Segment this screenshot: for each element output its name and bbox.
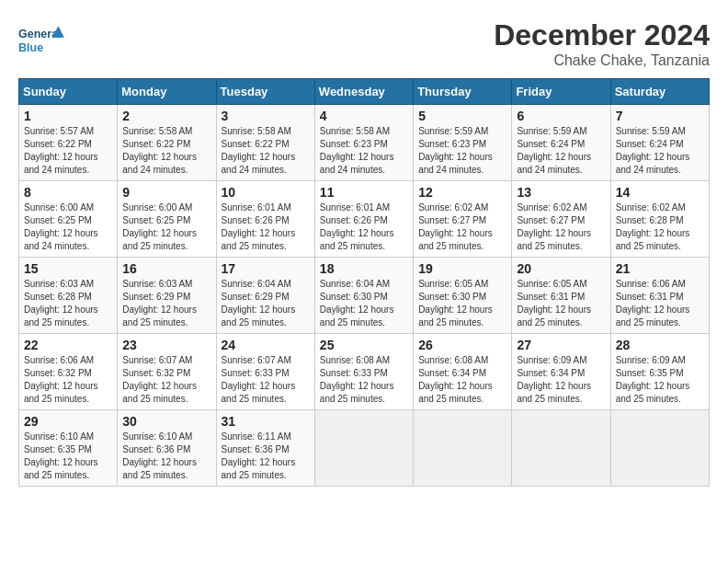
day-info: Sunrise: 6:10 AMSunset: 6:36 PMDaylight:…	[122, 431, 210, 482]
title-block: December 2024 Chake Chake, Tanzania	[494, 18, 710, 69]
day-number: 30	[122, 414, 210, 429]
logo-svg: General Blue	[18, 18, 64, 64]
day-cell	[314, 410, 413, 487]
day-number: 7	[616, 109, 704, 123]
day-info: Sunrise: 6:00 AMSunset: 6:25 PMDaylight:…	[122, 201, 210, 253]
col-header-sunday: Sunday	[19, 79, 118, 105]
day-number: 18	[320, 261, 408, 276]
day-info: Sunrise: 5:58 AMSunset: 6:22 PMDaylight:…	[122, 125, 210, 177]
day-number: 16	[122, 261, 210, 276]
day-info: Sunrise: 6:10 AMSunset: 6:35 PMDaylight:…	[24, 431, 112, 482]
day-cell: 23Sunrise: 6:07 AMSunset: 6:32 PMDayligh…	[118, 334, 216, 410]
day-cell: 11Sunrise: 6:01 AMSunset: 6:26 PMDayligh…	[314, 181, 413, 258]
day-info: Sunrise: 6:04 AMSunset: 6:29 PMDaylight:…	[222, 278, 310, 329]
day-number: 14	[616, 185, 704, 200]
day-info: Sunrise: 6:02 AMSunset: 6:28 PMDaylight:…	[616, 201, 704, 253]
day-cell: 10Sunrise: 6:01 AMSunset: 6:26 PMDayligh…	[216, 181, 314, 258]
day-info: Sunrise: 6:06 AMSunset: 6:32 PMDaylight:…	[24, 354, 112, 406]
col-header-saturday: Saturday	[610, 79, 709, 105]
day-info: Sunrise: 6:11 AMSunset: 6:36 PMDaylight:…	[222, 431, 310, 482]
col-header-tuesday: Tuesday	[216, 79, 314, 105]
day-cell: 5Sunrise: 5:59 AMSunset: 6:23 PMDaylight…	[414, 105, 512, 181]
day-number: 3	[222, 109, 310, 123]
col-header-thursday: Thursday	[414, 79, 512, 105]
day-info: Sunrise: 5:59 AMSunset: 6:23 PMDaylight:…	[418, 125, 506, 177]
day-info: Sunrise: 6:05 AMSunset: 6:31 PMDaylight:…	[517, 278, 605, 329]
col-header-monday: Monday	[118, 79, 216, 105]
day-cell: 3Sunrise: 5:58 AMSunset: 6:22 PMDaylight…	[216, 105, 314, 181]
day-cell: 15Sunrise: 6:03 AMSunset: 6:28 PMDayligh…	[19, 258, 118, 334]
day-number: 13	[517, 185, 605, 200]
week-row-1: 1Sunrise: 5:57 AMSunset: 6:22 PMDaylight…	[19, 105, 710, 181]
day-cell	[414, 410, 512, 487]
calendar-table: SundayMondayTuesdayWednesdayThursdayFrid…	[18, 78, 710, 487]
day-cell	[512, 410, 610, 487]
day-cell: 19Sunrise: 6:05 AMSunset: 6:30 PMDayligh…	[414, 258, 512, 334]
day-info: Sunrise: 6:06 AMSunset: 6:31 PMDaylight:…	[616, 278, 704, 329]
day-number: 29	[24, 414, 112, 429]
day-info: Sunrise: 6:04 AMSunset: 6:30 PMDaylight:…	[320, 278, 408, 329]
day-cell	[610, 410, 709, 487]
day-info: Sunrise: 5:59 AMSunset: 6:24 PMDaylight:…	[616, 125, 704, 177]
day-info: Sunrise: 6:03 AMSunset: 6:29 PMDaylight:…	[122, 278, 210, 329]
day-number: 6	[517, 109, 605, 123]
day-number: 1	[24, 109, 112, 123]
day-cell: 13Sunrise: 6:02 AMSunset: 6:27 PMDayligh…	[512, 181, 610, 258]
day-cell: 24Sunrise: 6:07 AMSunset: 6:33 PMDayligh…	[216, 334, 314, 410]
day-info: Sunrise: 6:01 AMSunset: 6:26 PMDaylight:…	[222, 201, 310, 253]
day-cell: 14Sunrise: 6:02 AMSunset: 6:28 PMDayligh…	[610, 181, 709, 258]
week-row-2: 8Sunrise: 6:00 AMSunset: 6:25 PMDaylight…	[19, 181, 710, 258]
day-cell: 26Sunrise: 6:08 AMSunset: 6:34 PMDayligh…	[414, 334, 512, 410]
day-number: 10	[222, 185, 310, 200]
day-cell: 27Sunrise: 6:09 AMSunset: 6:34 PMDayligh…	[512, 334, 610, 410]
day-number: 25	[320, 338, 408, 352]
day-info: Sunrise: 6:07 AMSunset: 6:33 PMDaylight:…	[222, 354, 310, 406]
main-title: December 2024	[494, 18, 710, 52]
day-info: Sunrise: 6:09 AMSunset: 6:35 PMDaylight:…	[616, 354, 704, 406]
day-number: 12	[418, 185, 506, 200]
day-number: 20	[517, 261, 605, 276]
day-cell: 31Sunrise: 6:11 AMSunset: 6:36 PMDayligh…	[216, 410, 314, 487]
day-cell: 20Sunrise: 6:05 AMSunset: 6:31 PMDayligh…	[512, 258, 610, 334]
day-cell: 4Sunrise: 5:58 AMSunset: 6:23 PMDaylight…	[314, 105, 413, 181]
day-number: 27	[517, 338, 605, 352]
day-info: Sunrise: 5:58 AMSunset: 6:23 PMDaylight:…	[320, 125, 408, 177]
week-row-4: 22Sunrise: 6:06 AMSunset: 6:32 PMDayligh…	[19, 334, 710, 410]
day-cell: 7Sunrise: 5:59 AMSunset: 6:24 PMDaylight…	[610, 105, 709, 181]
page-header: General Blue December 2024 Chake Chake, …	[18, 18, 710, 69]
day-info: Sunrise: 6:08 AMSunset: 6:33 PMDaylight:…	[320, 354, 408, 406]
week-row-3: 15Sunrise: 6:03 AMSunset: 6:28 PMDayligh…	[19, 258, 710, 334]
day-number: 11	[320, 185, 408, 200]
day-number: 21	[616, 261, 704, 276]
day-cell: 30Sunrise: 6:10 AMSunset: 6:36 PMDayligh…	[118, 410, 216, 487]
day-info: Sunrise: 5:58 AMSunset: 6:22 PMDaylight:…	[222, 125, 310, 177]
day-info: Sunrise: 6:02 AMSunset: 6:27 PMDaylight:…	[517, 201, 605, 253]
svg-text:Blue: Blue	[18, 41, 43, 54]
subtitle: Chake Chake, Tanzania	[494, 52, 710, 69]
day-number: 24	[222, 338, 310, 352]
day-info: Sunrise: 6:02 AMSunset: 6:27 PMDaylight:…	[418, 201, 506, 253]
day-cell: 12Sunrise: 6:02 AMSunset: 6:27 PMDayligh…	[414, 181, 512, 258]
calendar-header: SundayMondayTuesdayWednesdayThursdayFrid…	[19, 79, 710, 105]
day-number: 19	[418, 261, 506, 276]
day-number: 2	[122, 109, 210, 123]
day-info: Sunrise: 6:08 AMSunset: 6:34 PMDaylight:…	[418, 354, 506, 406]
day-info: Sunrise: 5:57 AMSunset: 6:22 PMDaylight:…	[24, 125, 112, 177]
day-number: 17	[222, 261, 310, 276]
day-cell: 18Sunrise: 6:04 AMSunset: 6:30 PMDayligh…	[314, 258, 413, 334]
day-number: 9	[122, 185, 210, 200]
day-info: Sunrise: 5:59 AMSunset: 6:24 PMDaylight:…	[517, 125, 605, 177]
day-cell: 25Sunrise: 6:08 AMSunset: 6:33 PMDayligh…	[314, 334, 413, 410]
day-cell: 17Sunrise: 6:04 AMSunset: 6:29 PMDayligh…	[216, 258, 314, 334]
day-number: 15	[24, 261, 112, 276]
day-cell: 6Sunrise: 5:59 AMSunset: 6:24 PMDaylight…	[512, 105, 610, 181]
day-number: 26	[418, 338, 506, 352]
day-number: 4	[320, 109, 408, 123]
day-cell: 1Sunrise: 5:57 AMSunset: 6:22 PMDaylight…	[19, 105, 118, 181]
day-number: 23	[122, 338, 210, 352]
col-header-friday: Friday	[512, 79, 610, 105]
logo: General Blue	[18, 18, 64, 64]
day-cell: 29Sunrise: 6:10 AMSunset: 6:35 PMDayligh…	[19, 410, 118, 487]
day-info: Sunrise: 6:07 AMSunset: 6:32 PMDaylight:…	[122, 354, 210, 406]
day-cell: 16Sunrise: 6:03 AMSunset: 6:29 PMDayligh…	[118, 258, 216, 334]
